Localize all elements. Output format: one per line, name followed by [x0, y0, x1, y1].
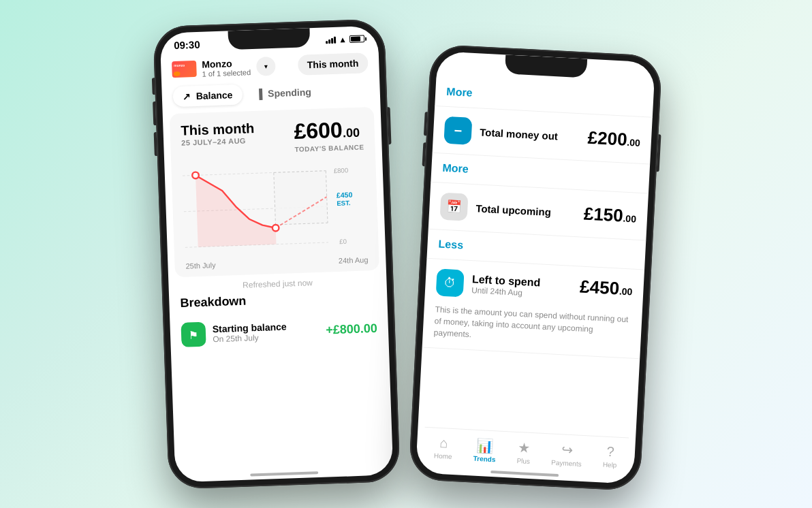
upcoming-amount: £150.00 — [583, 203, 637, 227]
right-vol-down[interactable] — [422, 142, 426, 166]
silent-switch — [152, 78, 155, 95]
chevron-down-icon: ▾ — [264, 63, 267, 70]
phones-container: 09:30 ▲ — [161, 22, 651, 486]
money-out-big: £200 — [587, 127, 627, 149]
calendar-icon: 📅 — [446, 199, 462, 215]
breakdown-item-text: Starting balance On 25th July — [213, 320, 319, 344]
chart-label-start: 25th July — [185, 261, 215, 270]
balance-section: This month 25 JULY–24 AUG £600.00 TODAY'… — [170, 107, 379, 277]
bottom-nav: ⌂ Home 📊 Trends ★ Plus ↪ Payments ? H — [423, 427, 629, 475]
left-to-spend-desc: This is the amount you can spend without… — [433, 301, 631, 348]
nav-help-label: Help — [603, 461, 617, 469]
svg-text:£450: £450 — [337, 191, 353, 200]
volume-up-button[interactable] — [153, 101, 156, 125]
right-home-indicator — [490, 471, 559, 477]
nav-payments[interactable]: ↪ Payments — [551, 441, 582, 468]
left-to-spend-section[interactable]: ⏱ Left to spend Until 24th Aug £450.00 T… — [422, 259, 644, 360]
chart-label-end: 24th Aug — [339, 255, 369, 265]
status-icons: ▲ — [326, 34, 364, 45]
balance-cents: .00 — [343, 126, 360, 140]
clock-icon: ⏱ — [443, 276, 456, 291]
svg-text:£800: £800 — [334, 166, 349, 174]
nav-help[interactable]: ? Help — [602, 444, 617, 470]
bar-chart-icon: ▐ — [255, 89, 262, 99]
monzo-card-icon — [172, 61, 197, 78]
right-screen: More − Total money out £200.00 More — [416, 51, 655, 484]
home-indicator — [250, 471, 318, 476]
money-out-label: Total money out — [480, 126, 558, 142]
balance-chart: £450 EST. £800 £0 — [182, 157, 368, 259]
notch — [228, 28, 311, 50]
tab-balance[interactable]: ↗ Balance — [172, 84, 243, 108]
upcoming-icon: 📅 — [439, 193, 468, 221]
help-nav-icon: ? — [606, 444, 614, 460]
upcoming-small: .00 — [623, 212, 636, 224]
left-to-spend-amount: £450.00 — [580, 276, 634, 300]
status-time: 09:30 — [174, 39, 200, 51]
right-phone: More − Total money out £200.00 More — [408, 44, 662, 492]
money-out-icon: − — [443, 116, 472, 145]
right-power[interactable] — [657, 134, 661, 172]
balance-main: £600 — [294, 118, 343, 144]
breakdown-item[interactable]: ⚑ Starting balance On 25th July +£800.00 — [181, 311, 378, 353]
upcoming-big: £150 — [583, 203, 623, 225]
account-selector[interactable]: Monzo 1 of 1 selected ▾ — [172, 57, 275, 79]
dropdown-button[interactable]: ▾ — [255, 57, 275, 76]
nav-home[interactable]: ⌂ Home — [434, 435, 454, 461]
signal-icon — [326, 36, 336, 44]
date-range: 25 JULY–24 AUG — [181, 136, 255, 147]
this-month-button[interactable]: This month — [297, 52, 368, 76]
breakdown-section: Breakdown ⚑ Starting balance On 25th Jul… — [169, 289, 389, 353]
svg-text:£0: £0 — [339, 238, 347, 245]
trends-nav-icon: 📊 — [476, 437, 494, 454]
lts-big: £450 — [580, 276, 620, 298]
upcoming-label: Total upcoming — [475, 202, 551, 218]
svg-point-10 — [192, 172, 199, 178]
nav-home-label: Home — [434, 452, 452, 460]
nav-plus[interactable]: ★ Plus — [516, 439, 531, 465]
trend-icon: ↗ — [183, 91, 191, 101]
balance-header: This month 25 JULY–24 AUG £600.00 TODAY'… — [181, 116, 364, 157]
starting-balance-icon: ⚑ — [181, 322, 206, 347]
power-button[interactable] — [388, 107, 392, 144]
battery-icon — [349, 35, 364, 43]
minus-icon: − — [454, 123, 463, 139]
nav-trends-label: Trends — [473, 455, 495, 464]
balance-amount: £600.00 — [294, 116, 364, 144]
wifi-icon: ▲ — [339, 35, 347, 44]
left-to-spend-icon: ⏱ — [436, 268, 465, 297]
lts-small: .00 — [619, 285, 632, 297]
svg-rect-3 — [274, 171, 328, 225]
nav-payments-label: Payments — [551, 459, 582, 468]
nav-trends[interactable]: 📊 Trends — [473, 437, 497, 464]
tab-spending[interactable]: ▐ Spending — [246, 82, 322, 105]
svg-point-11 — [272, 225, 279, 232]
payments-nav-icon: ↪ — [561, 441, 573, 458]
plus-nav-icon: ★ — [518, 439, 531, 456]
chart-area: £450 EST. £800 £0 — [182, 157, 368, 259]
account-sub: 1 of 1 selected — [202, 68, 251, 78]
money-out-amount: £200.00 — [587, 127, 641, 150]
left-phone: 09:30 ▲ — [153, 18, 401, 489]
volume-down-button[interactable] — [154, 132, 157, 156]
home-nav-icon: ⌂ — [439, 435, 448, 451]
right-vol-up[interactable] — [424, 112, 428, 136]
breakdown-item-amount: +£800.00 — [326, 321, 377, 337]
svg-text:EST.: EST. — [337, 199, 351, 207]
today-label: TODAY'S BALANCE — [294, 143, 364, 153]
account-info: Monzo 1 of 1 selected — [202, 57, 251, 78]
svg-marker-8 — [196, 172, 276, 247]
money-out-small: .00 — [627, 136, 640, 148]
flag-icon: ⚑ — [189, 328, 199, 341]
left-screen: 09:30 ▲ — [160, 26, 394, 483]
nav-plus-label: Plus — [516, 457, 530, 465]
